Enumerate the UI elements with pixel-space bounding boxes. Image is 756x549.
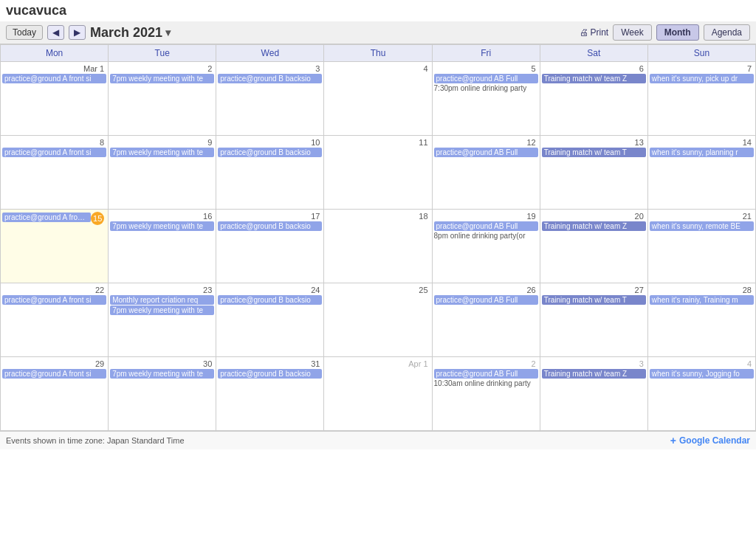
calendar-event[interactable]: practice@ground B backsio <box>218 74 322 83</box>
calendar-day-cell[interactable]: 29practice@ground A front si <box>1 357 109 431</box>
calendar-event[interactable]: practice@ground AB Full <box>434 295 538 305</box>
calendar-event[interactable]: practice@ground AB Full <box>434 148 538 157</box>
calendar-event[interactable]: practice@ground A front si <box>2 74 106 83</box>
day-number: 25 <box>326 285 430 295</box>
calendar-day-cell[interactable]: Mar 1practice@ground A front si <box>1 62 109 136</box>
calendar-day-cell[interactable]: 27pm weekly meeting with te <box>109 62 216 136</box>
calendar-event[interactable]: when it's sunny, Jogging fo <box>650 369 754 379</box>
timezone-label: Events shown in time zone: Japan Standar… <box>6 436 185 445</box>
toolbar: Today ◀ ▶ March 2021 ▾ 🖨 Print Week Mont… <box>0 21 756 44</box>
calendar-event[interactable]: Training match w/ team T <box>542 295 646 305</box>
calendar-day-cell[interactable]: 24practice@ground B backsio <box>216 283 324 357</box>
calendar-event[interactable]: Training match w/ team T <box>542 148 646 157</box>
calendar-event[interactable]: practice@ground A front si <box>2 369 106 379</box>
calendar-day-cell[interactable]: 167pm weekly meeting with te <box>109 210 216 283</box>
calendar-event[interactable]: practice@ground B backsio <box>218 221 322 231</box>
calendar-day-cell[interactable]: 11 <box>324 136 432 210</box>
month-dropdown-arrow[interactable]: ▾ <box>165 27 171 38</box>
month-view-button[interactable]: Month <box>656 24 699 41</box>
day-number: 5 <box>434 63 538 74</box>
calendar-day-cell[interactable]: 3Training match w/ team Z <box>540 357 647 431</box>
calendar-day-cell[interactable]: 28when it's rainiy, Training m <box>647 283 755 357</box>
calendar-event[interactable]: when it's sunny, remote BE <box>650 221 754 231</box>
calendar-day-header: Mon <box>1 45 109 62</box>
day-number: 31 <box>218 359 322 369</box>
calendar-day-cell[interactable]: 25 <box>324 283 432 357</box>
calendar-day-cell[interactable]: 6Training match w/ team Z <box>540 62 647 136</box>
calendar-event[interactable]: when it's sunny, planning r <box>650 148 754 157</box>
calendar-event[interactable]: practice@ground B backsio <box>218 295 322 305</box>
calendar-day-cell[interactable]: 2practice@ground AB Full10:30am online d… <box>432 357 540 431</box>
week-view-button[interactable]: Week <box>613 24 651 41</box>
calendar-day-header: Tue <box>109 45 216 62</box>
day-number: Apr 1 <box>326 359 430 369</box>
printer-icon: 🖨 <box>580 27 588 38</box>
day-number: 4 <box>326 63 430 74</box>
calendar-day-cell[interactable]: 20Training match w/ team Z <box>540 210 647 283</box>
day-number: 12 <box>434 137 538 148</box>
calendar-day-cell[interactable]: 14when it's sunny, planning r <box>647 136 755 210</box>
day-number: 29 <box>2 359 106 369</box>
calendar-day-cell[interactable]: 10practice@ground B backsio <box>216 136 324 210</box>
calendar-day-cell[interactable]: 4when it's sunny, Jogging fo <box>647 357 755 431</box>
calendar-day-cell[interactable]: 26practice@ground AB Full <box>432 283 540 357</box>
calendar-day-cell[interactable]: 4 <box>324 62 432 136</box>
day-number: 22 <box>2 285 106 295</box>
calendar-event[interactable]: practice@ground A front si <box>2 148 106 157</box>
calendar-event[interactable]: practice@ground AB Full <box>434 221 538 231</box>
calendar-event[interactable]: when it's rainiy, Training m <box>650 295 754 305</box>
calendar-day-cell[interactable]: 17practice@ground B backsio <box>216 210 324 283</box>
calendar-event[interactable]: when it's sunny, pick up dr <box>650 74 754 83</box>
calendar-event[interactable]: practice@ground AB Full <box>434 74 538 83</box>
calendar-day-cell[interactable]: 97pm weekly meeting with te <box>109 136 216 210</box>
calendar-event: 10:30am online drinking party <box>434 379 538 387</box>
calendar-day-cell[interactable]: 31practice@ground B backsio <box>216 357 324 431</box>
calendar-event[interactable]: 7pm weekly meeting with te <box>110 369 214 379</box>
day-number: 19 <box>434 211 538 221</box>
calendar-day-header: Fri <box>432 45 540 62</box>
calendar-event[interactable]: practice@ground AB Full <box>434 369 538 379</box>
day-number: 11 <box>326 137 430 148</box>
today-button[interactable]: Today <box>6 25 43 40</box>
calendar-day-cell[interactable]: 5practice@ground AB Full7:30pm online dr… <box>432 62 540 136</box>
calendar-day-cell[interactable]: 18 <box>324 210 432 283</box>
calendar-day-cell[interactable]: 307pm weekly meeting with te <box>109 357 216 431</box>
calendar-event[interactable]: Training match w/ team Z <box>542 74 646 83</box>
calendar-day-header: Thu <box>324 45 432 62</box>
calendar-day-cell[interactable]: 22practice@ground A front si <box>1 283 109 357</box>
print-button[interactable]: 🖨 Print <box>580 27 608 38</box>
calendar-event[interactable]: Training match w/ team Z <box>542 221 646 231</box>
calendar-week-row: 29practice@ground A front si307pm weekly… <box>1 357 756 431</box>
prev-button[interactable]: ◀ <box>47 25 64 40</box>
calendar-day-cell[interactable]: 15practice@ground A front si <box>1 210 109 283</box>
calendar-day-cell[interactable]: 19practice@ground AB Full8pm online drin… <box>432 210 540 283</box>
calendar-event[interactable]: 7pm weekly meeting with te <box>110 305 214 315</box>
day-number: 13 <box>542 137 646 148</box>
calendar-day-cell[interactable]: 27Training match w/ team T <box>540 283 647 357</box>
google-calendar-label: Google Calendar <box>679 435 750 446</box>
calendar-event[interactable]: practice@ground B backsio <box>218 369 322 379</box>
calendar-event[interactable]: practice@ground A front si <box>2 213 91 222</box>
google-calendar-link[interactable]: + Google Calendar <box>670 435 750 446</box>
calendar-day-cell[interactable]: 12practice@ground AB Full <box>432 136 540 210</box>
calendar-day-cell[interactable]: 7when it's sunny, pick up dr <box>647 62 755 136</box>
calendar-day-cell[interactable]: 8practice@ground A front si <box>1 136 109 210</box>
calendar-event[interactable]: 7pm weekly meeting with te <box>110 221 214 231</box>
calendar-event[interactable]: 7pm weekly meeting with te <box>110 148 214 157</box>
calendar-event[interactable]: Monthly report criation req <box>110 295 214 305</box>
calendar-day-cell[interactable]: 21when it's sunny, remote BE <box>647 210 755 283</box>
day-number: 4 <box>650 359 754 369</box>
calendar-event[interactable]: practice@ground B backsio <box>218 148 322 157</box>
calendar-day-header: Wed <box>216 45 324 62</box>
calendar-day-cell[interactable]: 13Training match w/ team T <box>540 136 647 210</box>
day-number: 7 <box>650 63 754 74</box>
calendar-day-cell[interactable]: Apr 1 <box>324 357 432 431</box>
agenda-view-button[interactable]: Agenda <box>704 24 750 41</box>
day-number: Mar 1 <box>2 63 106 74</box>
calendar-day-cell[interactable]: 3practice@ground B backsio <box>216 62 324 136</box>
calendar-event[interactable]: practice@ground A front si <box>2 295 106 305</box>
calendar-day-cell[interactable]: 23Monthly report criation req7pm weekly … <box>109 283 216 357</box>
calendar-event[interactable]: Training match w/ team Z <box>542 369 646 379</box>
next-button[interactable]: ▶ <box>69 25 86 40</box>
calendar-event[interactable]: 7pm weekly meeting with te <box>110 74 214 83</box>
